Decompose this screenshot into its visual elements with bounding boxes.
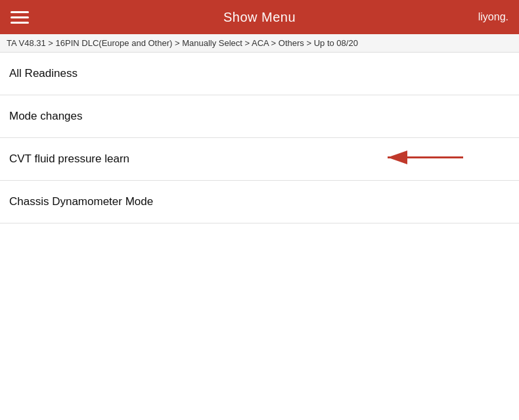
menu-item-mode-changes[interactable]: Mode changes [0,95,519,138]
menu-item-cvt-fluid[interactable]: CVT fluid pressure learn [0,138,519,181]
menu-list: All Readiness Mode changes CVT fluid pre… [0,53,519,223]
arrow-indicator [381,145,466,174]
menu-item-label: Chassis Dynamometer Mode [9,195,153,208]
menu-item-label: Mode changes [9,110,83,122]
hamburger-menu-button[interactable] [11,11,29,24]
app-header: Show Menu liyong. [0,0,519,34]
header-title: Show Menu [223,10,296,25]
menu-item-all-readiness[interactable]: All Readiness [0,53,519,95]
header-user: liyong. [478,11,508,23]
breadcrumb: TA V48.31 > 16PIN DLC(Europe and Other) … [0,34,519,53]
menu-item-label: CVT fluid pressure learn [9,152,129,166]
menu-item-label: All Readiness [9,67,78,80]
menu-item-chassis-dyno[interactable]: Chassis Dynamometer Mode [0,181,519,223]
